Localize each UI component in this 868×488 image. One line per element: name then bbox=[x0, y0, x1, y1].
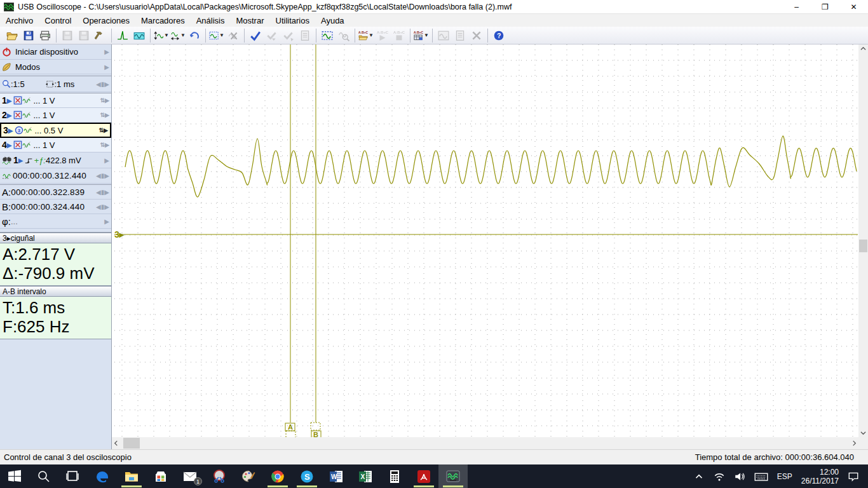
scroll-left-button[interactable] bbox=[113, 440, 119, 446]
chrome-icon[interactable] bbox=[263, 464, 292, 488]
menu-marcadores[interactable]: Marcadores bbox=[135, 15, 191, 27]
marker-a-row[interactable]: A:000:00:00.322.839◀▮▶ bbox=[0, 185, 111, 200]
help-button[interactable]: ? bbox=[491, 28, 506, 43]
channel-scale-value[interactable]: ... 0.5 V bbox=[35, 126, 64, 135]
scroll-down-button[interactable] bbox=[860, 430, 866, 436]
run-math-channel-button: A:B+C bbox=[375, 28, 390, 43]
modes-row[interactable]: Modos▶ bbox=[0, 60, 111, 74]
oscilloscope-icon[interactable] bbox=[438, 464, 468, 488]
timebase-value[interactable]: :1 ms bbox=[55, 79, 75, 89]
file-total-time: Tiempo total de archivo: 000:00:36.604.0… bbox=[695, 452, 854, 462]
channel-scale-value[interactable]: ... 1 V bbox=[34, 111, 55, 120]
save-file-button[interactable] bbox=[21, 28, 36, 43]
undo-button[interactable] bbox=[187, 28, 202, 43]
mail-icon[interactable]: 1 bbox=[175, 464, 205, 488]
marker-a-time[interactable]: 000:00:00.322.839 bbox=[11, 187, 85, 197]
menu-control[interactable]: Control bbox=[39, 15, 77, 27]
toolbar: ▼▼▼A:B+C▼A:B+CA:B+CA:B+C▼? bbox=[0, 27, 868, 44]
marker-b-row[interactable]: B:000:00:00.324.440◀▮▶ bbox=[0, 200, 111, 214]
trigger-level[interactable]: 422.8 mV bbox=[46, 156, 81, 165]
svg-text:?: ? bbox=[497, 31, 501, 39]
menu-ayuda[interactable]: Ayuda bbox=[315, 15, 350, 27]
language-indicator[interactable]: ESP bbox=[777, 472, 792, 481]
svg-text:X: X bbox=[361, 473, 365, 480]
start-button[interactable] bbox=[0, 464, 29, 488]
math-channel-setup-button[interactable]: A:B+C▼ bbox=[414, 28, 429, 43]
toolbar-separator bbox=[150, 29, 151, 43]
channel-4-row[interactable]: 4▶... 1 V⇅▶ bbox=[0, 138, 111, 152]
system-tray: ESP 12:00 26/11/2017 bbox=[693, 464, 868, 488]
vertical-scrollbar[interactable] bbox=[858, 44, 868, 437]
file-explorer-icon[interactable] bbox=[117, 464, 146, 488]
channel-scale-value[interactable]: ... 1 V bbox=[34, 140, 55, 150]
position-value[interactable]: 000:00:00.312.440 bbox=[13, 171, 86, 180]
task-view-button[interactable] bbox=[58, 464, 88, 488]
channel-1-row[interactable]: 1▶... 1 V⇅▶ bbox=[0, 93, 111, 108]
marker-b-time[interactable]: 000:00:00.324.440 bbox=[11, 202, 85, 212]
paint-icon[interactable] bbox=[234, 464, 263, 488]
skype-icon[interactable]: S bbox=[292, 464, 322, 488]
calculator-icon[interactable] bbox=[380, 464, 409, 488]
menu-operaciones[interactable]: Operaciones bbox=[77, 15, 135, 27]
scroll-up-button[interactable] bbox=[860, 46, 866, 51]
zoom-factor[interactable]: :1:5 bbox=[11, 79, 25, 89]
minimize-button[interactable]: – bbox=[782, 0, 811, 14]
single-capture-button[interactable] bbox=[115, 28, 130, 43]
snipping-tool-icon[interactable] bbox=[205, 464, 234, 488]
open-app-indicator bbox=[297, 485, 317, 487]
acrobat-icon[interactable] bbox=[409, 464, 438, 488]
volume-icon[interactable] bbox=[734, 471, 745, 482]
menu-archivo[interactable]: Archivo bbox=[0, 15, 39, 27]
notes-button bbox=[452, 28, 468, 43]
channel-2-row[interactable]: 2▶... 1 V⇅▶ bbox=[0, 108, 111, 123]
open-file-button[interactable] bbox=[4, 28, 20, 43]
channel-scale-value[interactable]: ... 1 V bbox=[34, 96, 55, 105]
phase-row[interactable]: φ:...▶ bbox=[0, 214, 111, 229]
edge-icon[interactable] bbox=[88, 464, 117, 488]
baseline-label[interactable]: 3▸ bbox=[114, 229, 125, 240]
keyboard-icon[interactable] bbox=[754, 471, 768, 482]
trigger-row[interactable]: 1▶+ƒ:422.8 mV▶ bbox=[0, 152, 111, 168]
position-row[interactable]: 000:00:00.312.440◀▮▶ bbox=[0, 168, 111, 184]
vertical-scale-button[interactable]: ▼ bbox=[154, 28, 169, 43]
cursor-b-handle[interactable]: B bbox=[311, 423, 321, 437]
tools-button[interactable] bbox=[93, 28, 108, 43]
waveform-window-button[interactable]: ▼ bbox=[209, 28, 224, 43]
toolbar-separator bbox=[316, 29, 316, 43]
select-waveform-button[interactable] bbox=[132, 28, 147, 43]
svg-text:A: A bbox=[288, 423, 293, 431]
store-icon[interactable] bbox=[146, 464, 175, 488]
open-math-channel-button[interactable]: A:B+C▼ bbox=[358, 28, 374, 43]
cursor-a-handle[interactable]: A bbox=[285, 423, 295, 437]
channel-3-waveform bbox=[125, 136, 857, 197]
open-app-indicator bbox=[121, 485, 142, 487]
taskbar: 1SWX ESP 12:00 26/11/2017 bbox=[0, 464, 868, 488]
close-button[interactable]: ✕ bbox=[839, 0, 868, 14]
vertical-scroll-thumb[interactable] bbox=[859, 240, 867, 252]
horizontal-scroll-thumb[interactable] bbox=[123, 438, 140, 449]
horizontal-scrollbar[interactable] bbox=[112, 437, 858, 449]
menu-mostrar[interactable]: Mostrar bbox=[230, 15, 269, 27]
start-device-row[interactable]: Iniciar dispositivo▶ bbox=[0, 44, 111, 60]
restore-button[interactable]: ❐ bbox=[811, 0, 839, 14]
zoom-timebase-row[interactable]: :1:5:1 ms◀▮▶ bbox=[0, 76, 111, 92]
print-button[interactable] bbox=[37, 28, 53, 43]
stop-math-channel-button: A:B+C bbox=[391, 28, 407, 43]
wifi-icon[interactable] bbox=[714, 471, 725, 482]
save-fragment-button bbox=[60, 28, 75, 43]
horizontal-scale-button[interactable]: ▼ bbox=[170, 28, 186, 43]
waveform-plot[interactable]: 3▸AB bbox=[112, 44, 858, 437]
menu-utilitarios[interactable]: Utilitarios bbox=[270, 15, 315, 27]
scroll-right-button[interactable] bbox=[851, 440, 857, 446]
menu-análisis[interactable]: Análisis bbox=[191, 15, 231, 27]
search-button[interactable] bbox=[29, 464, 58, 488]
tray-chevron-icon[interactable] bbox=[693, 471, 705, 482]
open-app-indicator bbox=[268, 485, 288, 487]
excel-icon[interactable]: X bbox=[351, 464, 380, 488]
notification-center-icon[interactable] bbox=[848, 471, 859, 482]
channel-3-row[interactable]: 3▶3... 0.5 V⇅▶ bbox=[0, 123, 111, 138]
apply-button[interactable] bbox=[248, 28, 263, 43]
clock[interactable]: 12:00 26/11/2017 bbox=[801, 468, 839, 485]
select-region-button[interactable] bbox=[320, 28, 335, 43]
word-icon[interactable]: W bbox=[322, 464, 351, 488]
